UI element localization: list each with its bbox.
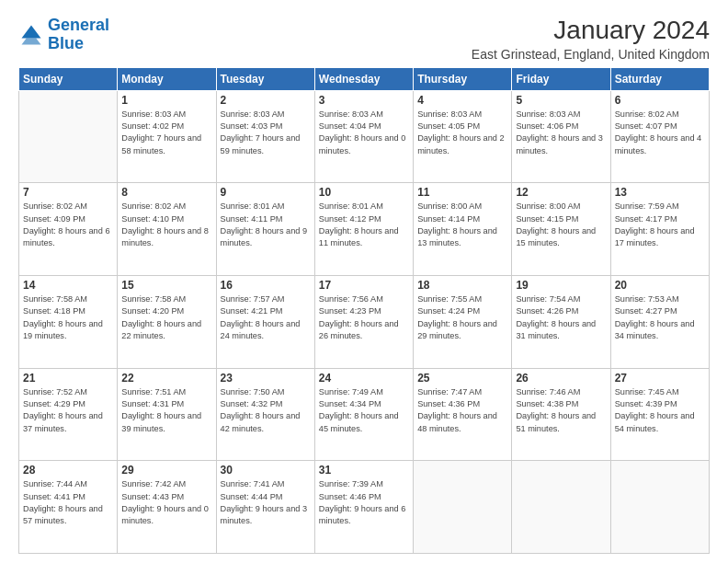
calendar-cell: 1Sunrise: 8:03 AM Sunset: 4:02 PM Daylig…: [118, 90, 216, 183]
day-info: Sunrise: 7:57 AM Sunset: 4:21 PM Dayligh…: [221, 293, 311, 342]
header-row: Sunday Monday Tuesday Wednesday Thursday…: [19, 67, 710, 90]
day-info: Sunrise: 8:03 AM Sunset: 4:04 PM Dayligh…: [319, 109, 409, 157]
day-info: Sunrise: 7:52 AM Sunset: 4:29 PM Dayligh…: [23, 386, 113, 435]
day-info: Sunrise: 7:58 AM Sunset: 4:20 PM Dayligh…: [121, 293, 211, 342]
calendar-cell: [610, 461, 709, 554]
day-info: Sunrise: 7:41 AM Sunset: 4:44 PM Dayligh…: [221, 478, 311, 527]
day-number: 10: [319, 186, 409, 199]
day-info: Sunrise: 7:58 AM Sunset: 4:18 PM Dayligh…: [23, 293, 113, 342]
day-info: Sunrise: 7:44 AM Sunset: 4:41 PM Dayligh…: [23, 478, 113, 527]
calendar-cell: 8Sunrise: 8:02 AM Sunset: 4:10 PM Daylig…: [118, 183, 216, 276]
calendar-cell: [19, 90, 118, 183]
title-block: January 2024 East Grinstead, England, Un…: [472, 17, 710, 62]
day-info: Sunrise: 7:53 AM Sunset: 4:27 PM Dayligh…: [615, 293, 705, 342]
day-info: Sunrise: 8:02 AM Sunset: 4:09 PM Dayligh…: [23, 201, 113, 249]
day-info: Sunrise: 7:51 AM Sunset: 4:31 PM Dayligh…: [121, 386, 211, 435]
header: General Blue January 2024 East Grinstead…: [18, 17, 710, 62]
th-monday: Monday: [118, 67, 216, 90]
day-info: Sunrise: 8:00 AM Sunset: 4:15 PM Dayligh…: [516, 201, 606, 249]
calendar-cell: [512, 461, 610, 554]
calendar-cell: 20Sunrise: 7:53 AM Sunset: 4:27 PM Dayli…: [610, 276, 709, 369]
day-number: 23: [221, 372, 311, 385]
th-friday: Friday: [512, 67, 610, 90]
calendar-cell: 28Sunrise: 7:44 AM Sunset: 4:41 PM Dayli…: [19, 461, 118, 554]
day-info: Sunrise: 8:03 AM Sunset: 4:03 PM Dayligh…: [221, 109, 311, 157]
calendar-week-3: 21Sunrise: 7:52 AM Sunset: 4:29 PM Dayli…: [19, 368, 710, 461]
day-info: Sunrise: 8:03 AM Sunset: 4:06 PM Dayligh…: [516, 109, 606, 157]
day-info: Sunrise: 8:03 AM Sunset: 4:02 PM Dayligh…: [121, 109, 211, 157]
calendar-cell: 31Sunrise: 7:39 AM Sunset: 4:46 PM Dayli…: [314, 461, 413, 554]
day-info: Sunrise: 8:03 AM Sunset: 4:05 PM Dayligh…: [417, 109, 507, 157]
day-info: Sunrise: 7:56 AM Sunset: 4:23 PM Dayligh…: [319, 293, 409, 342]
day-number: 21: [23, 372, 113, 385]
day-number: 12: [516, 186, 606, 199]
calendar-cell: 27Sunrise: 7:45 AM Sunset: 4:39 PM Dayli…: [610, 368, 709, 461]
day-number: 15: [121, 279, 211, 292]
day-info: Sunrise: 7:54 AM Sunset: 4:26 PM Dayligh…: [516, 293, 606, 342]
day-info: Sunrise: 7:45 AM Sunset: 4:39 PM Dayligh…: [615, 386, 705, 435]
calendar-cell: 18Sunrise: 7:55 AM Sunset: 4:24 PM Dayli…: [414, 276, 512, 369]
calendar-cell: 26Sunrise: 7:46 AM Sunset: 4:38 PM Dayli…: [512, 368, 610, 461]
day-info: Sunrise: 7:49 AM Sunset: 4:34 PM Dayligh…: [319, 386, 409, 435]
day-info: Sunrise: 8:02 AM Sunset: 4:10 PM Dayligh…: [121, 201, 211, 249]
svg-marker-0: [22, 25, 41, 38]
calendar-week-0: 1Sunrise: 8:03 AM Sunset: 4:02 PM Daylig…: [19, 90, 710, 183]
calendar-cell: 3Sunrise: 8:03 AM Sunset: 4:04 PM Daylig…: [314, 90, 413, 183]
logo-general: General: [48, 16, 109, 34]
day-number: 29: [121, 464, 211, 477]
day-number: 16: [221, 279, 311, 292]
day-info: Sunrise: 7:39 AM Sunset: 4:46 PM Dayligh…: [319, 478, 409, 527]
day-number: 24: [319, 372, 409, 385]
th-tuesday: Tuesday: [216, 67, 314, 90]
calendar-week-1: 7Sunrise: 8:02 AM Sunset: 4:09 PM Daylig…: [19, 183, 710, 276]
calendar-cell: 24Sunrise: 7:49 AM Sunset: 4:34 PM Dayli…: [314, 368, 413, 461]
th-saturday: Saturday: [610, 67, 709, 90]
day-number: 1: [121, 94, 211, 107]
th-thursday: Thursday: [414, 67, 512, 90]
calendar-cell: 29Sunrise: 7:42 AM Sunset: 4:43 PM Dayli…: [118, 461, 216, 554]
day-number: 7: [23, 186, 113, 199]
calendar-cell: 22Sunrise: 7:51 AM Sunset: 4:31 PM Dayli…: [118, 368, 216, 461]
calendar-cell: 6Sunrise: 8:02 AM Sunset: 4:07 PM Daylig…: [610, 90, 709, 183]
day-number: 8: [121, 186, 211, 199]
day-number: 11: [417, 186, 507, 199]
calendar-cell: 16Sunrise: 7:57 AM Sunset: 4:21 PM Dayli…: [216, 276, 314, 369]
day-info: Sunrise: 8:02 AM Sunset: 4:07 PM Dayligh…: [615, 109, 705, 157]
calendar-cell: 19Sunrise: 7:54 AM Sunset: 4:26 PM Dayli…: [512, 276, 610, 369]
svg-marker-1: [22, 38, 41, 44]
calendar-cell: 10Sunrise: 8:01 AM Sunset: 4:12 PM Dayli…: [314, 183, 413, 276]
logo-text: General Blue: [48, 17, 109, 53]
th-sunday: Sunday: [19, 67, 118, 90]
calendar-cell: 23Sunrise: 7:50 AM Sunset: 4:32 PM Dayli…: [216, 368, 314, 461]
calendar-header: Sunday Monday Tuesday Wednesday Thursday…: [19, 67, 710, 90]
day-info: Sunrise: 8:01 AM Sunset: 4:11 PM Dayligh…: [221, 201, 311, 249]
day-info: Sunrise: 7:55 AM Sunset: 4:24 PM Dayligh…: [417, 293, 507, 342]
calendar-cell: 13Sunrise: 7:59 AM Sunset: 4:17 PM Dayli…: [610, 183, 709, 276]
day-number: 31: [319, 464, 409, 477]
th-wednesday: Wednesday: [314, 67, 413, 90]
month-title: January 2024: [472, 17, 710, 45]
subtitle: East Grinstead, England, United Kingdom: [472, 47, 710, 62]
page: General Blue January 2024 East Grinstead…: [0, 0, 728, 563]
calendar-cell: 30Sunrise: 7:41 AM Sunset: 4:44 PM Dayli…: [216, 461, 314, 554]
day-number: 2: [221, 94, 311, 107]
day-number: 3: [319, 94, 409, 107]
day-number: 6: [615, 94, 705, 107]
logo: General Blue: [18, 17, 109, 53]
day-number: 18: [417, 279, 507, 292]
calendar-week-2: 14Sunrise: 7:58 AM Sunset: 4:18 PM Dayli…: [19, 276, 710, 369]
day-number: 30: [221, 464, 311, 477]
calendar-cell: [414, 461, 512, 554]
calendar-body: 1Sunrise: 8:03 AM Sunset: 4:02 PM Daylig…: [19, 90, 710, 553]
day-info: Sunrise: 7:59 AM Sunset: 4:17 PM Dayligh…: [615, 201, 705, 249]
day-info: Sunrise: 7:46 AM Sunset: 4:38 PM Dayligh…: [516, 386, 606, 435]
calendar-cell: 15Sunrise: 7:58 AM Sunset: 4:20 PM Dayli…: [118, 276, 216, 369]
day-number: 13: [615, 186, 705, 199]
calendar-table: Sunday Monday Tuesday Wednesday Thursday…: [18, 67, 710, 554]
calendar-cell: 7Sunrise: 8:02 AM Sunset: 4:09 PM Daylig…: [19, 183, 118, 276]
calendar-cell: 2Sunrise: 8:03 AM Sunset: 4:03 PM Daylig…: [216, 90, 314, 183]
day-info: Sunrise: 8:00 AM Sunset: 4:14 PM Dayligh…: [417, 201, 507, 249]
day-info: Sunrise: 7:50 AM Sunset: 4:32 PM Dayligh…: [221, 386, 311, 435]
calendar-cell: 5Sunrise: 8:03 AM Sunset: 4:06 PM Daylig…: [512, 90, 610, 183]
day-number: 28: [23, 464, 113, 477]
